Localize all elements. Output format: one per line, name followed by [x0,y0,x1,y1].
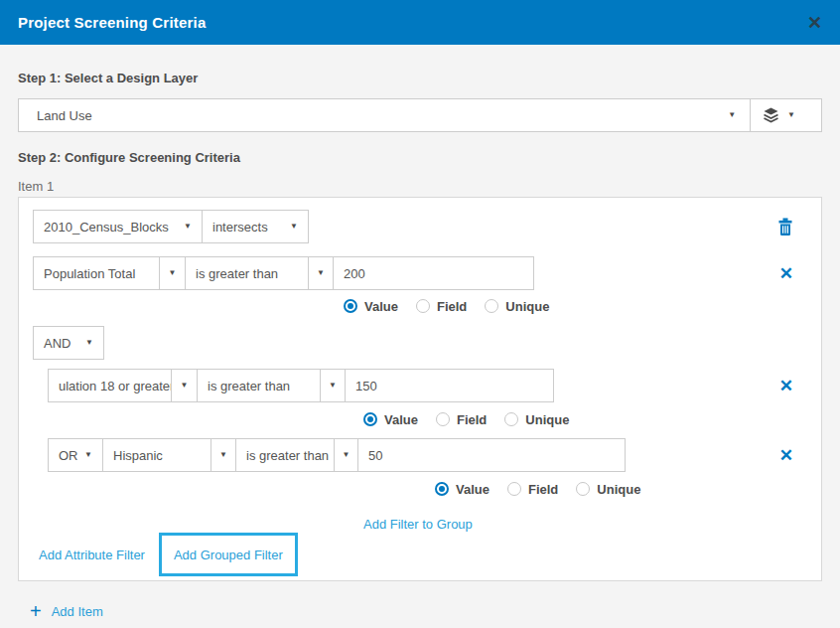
radio-icon[interactable] [576,482,590,496]
filter3-operator-select[interactable]: is greater than ▼ [235,438,358,472]
filter3-value-input[interactable] [357,438,626,472]
logic-row: AND ▼ [33,326,807,360]
chevron-down-icon: ▼ [85,339,93,347]
filter3-operator-value: is greater than [235,438,335,472]
filter2-mode-radios: Value Field Unique [363,411,807,427]
filter-row-1: Population Total ▼ is greater than ▼ ✕ [33,256,807,290]
spatial-operator-value: intersects [212,220,268,235]
add-attribute-filter-link[interactable]: Add Attribute Filter [39,548,145,562]
remove-filter3-button[interactable]: ✕ [779,447,793,464]
chevron-down-icon: ▼ [84,451,92,459]
filter3-radio-unique[interactable]: Unique [576,482,640,497]
item-layer-select[interactable]: 2010_Census_Blocks ▼ [33,210,203,243]
filter2-field-select[interactable]: ulation 18 or greater ▼ [48,369,198,402]
dialog-header: Project Screening Criteria ✕ [0,0,840,45]
add-grouped-filter-highlight: Add Grouped Filter [159,533,298,576]
filter1-radio-unique[interactable]: Unique [485,299,549,314]
layer-operator-row: 2010_Census_Blocks ▼ intersects ▼ [33,210,807,243]
add-grouped-filter-link[interactable]: Add Grouped Filter [174,548,283,562]
layer-options-button[interactable]: ▼ [751,107,821,123]
filter1-operator-value: is greater than [185,256,309,290]
filter2-value-input[interactable] [345,369,554,402]
add-filter-to-group-row: Add Filter to Group [33,515,807,533]
layers-icon [763,107,779,123]
chevron-down-icon[interactable]: ▼ [334,438,358,472]
filter3-radio-value[interactable]: Value [435,482,490,497]
add-item-label: Add Item [52,604,103,619]
radio-icon[interactable] [436,412,450,426]
dialog-body: Step 1: Select a Design Layer Land Use ▼… [0,45,840,619]
step2-heading: Step 2: Configure Screening Criteria [18,150,822,165]
filter-row-2: ulation 18 or greater ▼ is greater than … [33,369,807,402]
chevron-down-icon[interactable]: ▼ [308,256,334,290]
filter2-operator-select[interactable]: is greater than ▼ [197,369,346,402]
filter3-field-value: Hispanic [102,438,211,472]
radio-selected-icon[interactable] [435,482,449,496]
chevron-down-icon[interactable]: ▼ [320,369,346,402]
filter3-radio-field[interactable]: Field [507,482,558,497]
trash-icon [777,218,793,236]
filter1-field-select[interactable]: Population Total ▼ [33,256,186,290]
chevron-down-icon[interactable]: ▼ [787,111,809,119]
chevron-down-icon[interactable]: ▼ [210,438,236,472]
radio-icon[interactable] [504,412,518,426]
filter3-field-select[interactable]: Hispanic ▼ [102,438,236,472]
dialog-title: Project Screening Criteria [18,14,206,31]
item-layer-value: 2010_Census_Blocks [44,220,169,235]
filter2-operator-value: is greater than [197,369,321,402]
filter3-logic-value: OR [59,448,78,463]
remove-filter2-button[interactable]: ✕ [779,378,793,394]
radio-icon[interactable] [507,482,521,496]
chevron-down-icon[interactable]: ▼ [171,369,198,402]
add-filter-to-group-link[interactable]: Add Filter to Group [363,517,473,532]
delete-item-button[interactable] [777,218,793,236]
design-layer-value: Land Use [19,108,728,123]
filter2-field-value: ulation 18 or greater [48,369,172,402]
filter3-mode-radios: Value Field Unique [435,481,807,497]
chevron-down-icon: ▼ [290,223,298,231]
filter2-logic-value: AND [44,336,70,351]
chevron-down-icon: ▼ [184,223,192,231]
bottom-links-row: Add Attribute Filter Add Grouped Filter [33,533,807,576]
radio-selected-icon[interactable] [363,412,377,426]
remove-filter1-button[interactable]: ✕ [779,265,793,282]
filter1-value-input[interactable] [333,256,534,290]
spatial-operator-select[interactable]: intersects ▼ [202,210,309,243]
filter2-radio-field[interactable]: Field [436,412,487,427]
radio-icon[interactable] [485,299,498,313]
filter2-radio-unique[interactable]: Unique [504,412,569,427]
add-item-button[interactable]: + Add Item [18,603,822,619]
item-label: Item 1 [18,179,822,194]
filter2-logic-select[interactable]: AND ▼ [33,326,104,360]
step1-heading: Step 1: Select a Design Layer [18,71,822,85]
design-layer-select[interactable]: Land Use ▼ ▼ [18,98,822,132]
filter1-radio-field[interactable]: Field [416,299,467,314]
radio-icon[interactable] [416,299,430,313]
chevron-down-icon[interactable]: ▼ [159,256,186,290]
plus-icon: + [30,603,42,619]
filter3-logic-select[interactable]: OR ▼ [48,438,103,472]
filter-row-3: OR ▼ Hispanic ▼ is greater than ▼ ✕ [33,438,807,472]
filter2-radio-value[interactable]: Value [363,412,418,427]
project-screening-dialog: Project Screening Criteria ✕ Step 1: Sel… [0,0,840,628]
filter1-radio-value[interactable]: Value [344,299,398,314]
filter1-field-value: Population Total [33,256,160,290]
screening-item-panel: 2010_Census_Blocks ▼ intersects ▼ [18,197,822,581]
chevron-down-icon[interactable]: ▼ [728,111,750,119]
filter1-operator-select[interactable]: is greater than ▼ [185,256,334,290]
radio-selected-icon[interactable] [344,299,357,313]
close-icon[interactable]: ✕ [807,14,822,32]
filter1-mode-radios: Value Field Unique [344,298,807,314]
